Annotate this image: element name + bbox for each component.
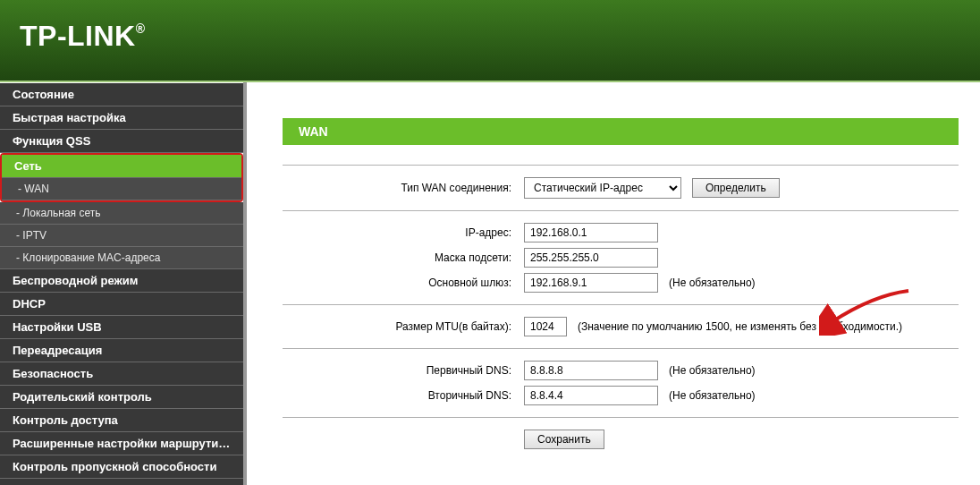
divider (283, 304, 959, 305)
page-title: WAN (283, 118, 959, 145)
ip-label: IP-адрес: (283, 226, 524, 239)
mtu-hint: (Значение по умолчанию 1500, не изменять… (578, 320, 902, 333)
divider (283, 210, 959, 211)
sidebar-item[interactable]: Переадресация (0, 339, 243, 362)
mask-label: Маска подсети: (283, 251, 524, 264)
dns1-input[interactable] (524, 361, 658, 380)
divider (283, 165, 959, 166)
sidebar-item[interactable]: Родительский контроль (0, 386, 243, 409)
optional-hint: (Не обязательно) (669, 364, 756, 377)
ip-input[interactable] (524, 223, 658, 242)
registered-mark: ® (136, 21, 146, 36)
wan-type-label: Тип WAN соединения: (283, 182, 524, 194)
sidebar-item[interactable]: Безопасность (0, 362, 243, 386)
sidebar-item[interactable]: Беспроводной режим (0, 269, 243, 293)
sidebar-item[interactable]: Сеть (2, 155, 241, 178)
header: TP-LINK® (0, 0, 980, 82)
annotation-highlight: Сеть- WAN (0, 153, 243, 202)
sidebar-item[interactable]: DHCP (0, 293, 243, 316)
brand-text: TP-LINK (20, 20, 136, 52)
dns1-label: Первичный DNS: (283, 364, 524, 377)
detect-button[interactable]: Определить (692, 178, 780, 198)
gateway-label: Основной шлюз: (283, 277, 524, 289)
save-button[interactable]: Сохранить (524, 430, 604, 449)
sidebar-item[interactable]: Расширенные настройки маршрутизации (0, 432, 243, 455)
mtu-label: Размер MTU(в байтах): (283, 320, 524, 333)
sidebar-item[interactable]: Контроль пропускной способности (0, 455, 243, 479)
main-content: WAN Тип WAN соединения: Статический IP-а… (247, 82, 980, 485)
gateway-input[interactable] (524, 273, 658, 293)
brand-logo: TP-LINK® (20, 20, 980, 53)
sidebar-item[interactable]: Контроль доступа (0, 409, 243, 432)
sidebar: СостояниеБыстрая настройкаФункция QSSСет… (0, 82, 247, 485)
divider (283, 417, 959, 418)
sidebar-sub-item[interactable]: - Клонирование MAC-адреса (0, 247, 243, 269)
sidebar-item[interactable]: Привязка IP- и МАС-адресов (0, 479, 243, 485)
optional-hint: (Не обязательно) (669, 389, 756, 402)
sidebar-sub-item[interactable]: - IPTV (0, 225, 243, 247)
optional-hint: (Не обязательно) (669, 277, 756, 289)
dns2-input[interactable] (524, 386, 658, 405)
sidebar-sub-item[interactable]: - Локальная сеть (0, 202, 243, 225)
sidebar-item[interactable]: Быстрая настройка (0, 106, 243, 130)
sidebar-sub-item[interactable]: - WAN (2, 178, 241, 200)
divider (283, 348, 959, 349)
sidebar-item[interactable]: Настройки USB (0, 316, 243, 339)
sidebar-item[interactable]: Состояние (0, 83, 243, 106)
mtu-input[interactable] (524, 317, 567, 336)
dns2-label: Вторичный DNS: (283, 389, 524, 402)
sidebar-item[interactable]: Функция QSS (0, 130, 243, 153)
mask-input[interactable] (524, 248, 658, 268)
wan-type-select[interactable]: Статический IP-адрес (524, 177, 681, 199)
